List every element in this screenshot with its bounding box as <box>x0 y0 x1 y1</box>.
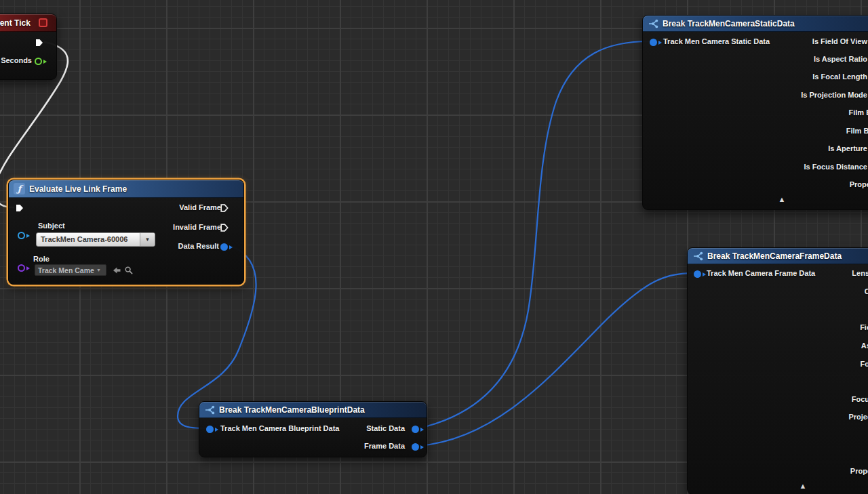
blueprint-data-input-label: Track Men Camera Blueprint Data <box>220 424 339 432</box>
output-label: Film Back Height <box>846 127 868 135</box>
delta-seconds-pin[interactable] <box>35 58 47 65</box>
output-label: Lens Distortion <box>852 269 868 277</box>
node-break-blueprint-data[interactable]: Break TrackMenCameraBlueprintData Track … <box>199 401 427 457</box>
output-label: Property Names <box>850 180 868 188</box>
node-title: Break TrackMenCameraBlueprintData <box>219 405 365 415</box>
collapse-arrow-icon[interactable]: ▲ <box>688 482 868 490</box>
output-label: Is Focal Length Supported <box>812 73 868 81</box>
output-label: Projection Mode <box>848 413 868 421</box>
blueprint-graph-canvas[interactable]: Event Tick Delta Seconds ƒ Evaluate Live… <box>0 0 868 494</box>
output-label: Field Of View <box>860 323 868 331</box>
output-label: Focal Length <box>861 360 868 368</box>
node-title: Break TrackMenCameraStaticData <box>663 19 795 28</box>
use-selected-asset-icon[interactable] <box>112 266 121 275</box>
wire-frame-data[interactable] <box>418 273 696 446</box>
frame-data-input-pin[interactable] <box>694 270 706 278</box>
output-label: Property Values <box>850 467 868 475</box>
node-title: Evaluate Live Link Frame <box>29 184 127 194</box>
invalid-frame-label: Invalid Frame <box>173 223 221 231</box>
subject-label: Subject <box>38 222 65 230</box>
frame-data-output-pin[interactable] <box>412 443 424 451</box>
data-result-label: Data Result <box>178 242 219 250</box>
output-label: Is Aperture Supported <box>828 144 868 152</box>
invalid-frame-exec-pin[interactable] <box>220 223 229 232</box>
subject-pin[interactable] <box>18 232 30 239</box>
static-data-input-label: Track Men Camera Static Data <box>663 37 770 45</box>
collapse-arrow-icon[interactable]: ▲ <box>643 196 868 203</box>
output-label: Is Focus Distance Supported <box>804 163 868 171</box>
static-data-input-pin[interactable] <box>650 39 662 46</box>
exec-out-pin[interactable] <box>35 38 44 47</box>
dropdown-arrow-icon: ▼ <box>140 233 155 246</box>
delta-seconds-label: Delta Seconds <box>0 56 32 64</box>
browse-icon[interactable] <box>124 266 134 275</box>
break-frame-header[interactable]: Break TrackMenCameraFrameData <box>688 248 868 264</box>
subject-dropdown-value: TrackMen Camera-60006 <box>37 233 140 246</box>
node-break-frame-data[interactable]: Break TrackMenCameraFrameData Track Men … <box>687 247 868 494</box>
node-break-static-data[interactable]: Break TrackMenCameraStaticData Track Men… <box>642 15 868 210</box>
output-label: Is Field Of View Supported <box>812 37 868 45</box>
frame-data-output-label: Frame Data <box>364 442 405 450</box>
output-label: Film Back Width <box>849 108 868 117</box>
break-struct-icon <box>693 251 703 261</box>
break-struct-icon <box>205 405 215 415</box>
node-title: Break TrackMenCameraFrameData <box>707 251 842 261</box>
break-struct-icon <box>648 19 658 28</box>
break-blueprint-header[interactable]: Break TrackMenCameraBlueprintData <box>199 402 427 418</box>
output-label: Center Shift <box>865 287 868 295</box>
frame-data-input-label: Track Men Camera Frame Data <box>707 269 815 277</box>
node-event-tick[interactable]: Event Tick Delta Seconds <box>0 14 57 80</box>
output-label: Is Aspect Ratio Supported <box>814 55 868 63</box>
exec-in-pin[interactable] <box>15 203 24 213</box>
function-icon: ƒ <box>14 183 25 194</box>
event-icon <box>39 18 47 27</box>
role-dropdown-value: Track Men Came <box>38 266 94 274</box>
event-tick-header[interactable]: Event Tick <box>0 14 56 32</box>
role-dropdown[interactable]: Track Men Came ▼ <box>35 264 106 276</box>
output-label: Aspect Ratio <box>861 342 868 350</box>
dropdown-arrow-icon: ▼ <box>96 268 101 272</box>
static-data-output-label: Static Data <box>366 424 405 432</box>
evaluate-header[interactable]: ƒ Evaluate Live Link Frame <box>9 180 243 198</box>
valid-frame-label: Valid Frame <box>179 203 221 211</box>
break-static-header[interactable]: Break TrackMenCameraStaticData <box>643 16 868 32</box>
role-pin[interactable] <box>18 264 30 272</box>
static-data-output-pin[interactable] <box>412 426 424 433</box>
node-evaluate-live-link-frame[interactable]: ƒ Evaluate Live Link Frame Valid Frame I… <box>8 180 244 285</box>
node-title: Event Tick <box>0 18 31 28</box>
valid-frame-exec-pin[interactable] <box>220 203 229 213</box>
subject-dropdown[interactable]: TrackMen Camera-60006 ▼ <box>36 232 155 247</box>
wire-static-data[interactable] <box>418 41 650 428</box>
output-label: Focus Distance <box>852 395 868 403</box>
blueprint-data-input-pin[interactable] <box>206 426 218 433</box>
role-label: Role <box>33 255 50 263</box>
output-label: Is Projection Mode Supported <box>801 91 868 99</box>
data-result-pin[interactable] <box>220 243 233 251</box>
